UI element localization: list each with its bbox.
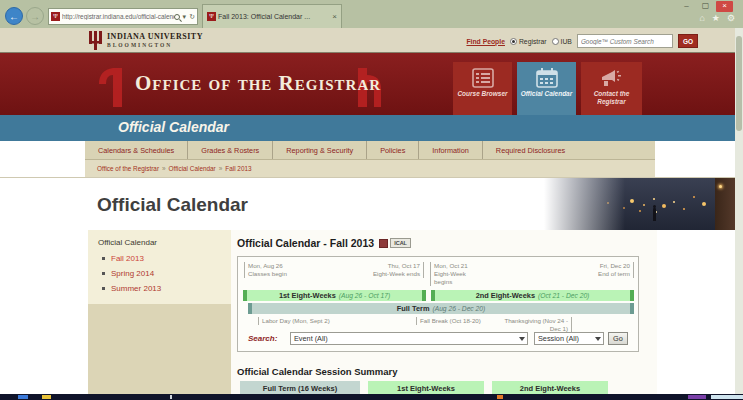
session-summary-heading: Official Calendar Session Summary <box>237 366 398 377</box>
bar-full-term[interactable]: Full Term(Aug 26 - Dec 20) <box>248 303 634 314</box>
tab-favicon-icon: Ψ <box>207 12 216 21</box>
section-title: Official Calendar <box>118 119 229 135</box>
taskbar-show-desktop[interactable] <box>711 395 743 399</box>
url-text[interactable]: http://registrar.indiana.edu/official-ca… <box>62 13 174 20</box>
ical-label: ICAL <box>390 238 411 248</box>
iu-header: INDIANA UNIVERSITY BLOOMINGTON Find Peop… <box>0 28 743 53</box>
forward-button[interactable]: → <box>26 7 44 25</box>
maximize-button[interactable]: ▢ <box>697 1 714 12</box>
bar-second-eight-weeks[interactable]: 2nd Eight-Weeks(Oct 21 - Dec 20) <box>431 290 634 301</box>
break-fall-break: Fall Break (Oct 18-20) <box>416 317 481 325</box>
close-button[interactable]: × <box>716 1 733 12</box>
trident-decor-left-icon <box>95 62 125 107</box>
ical-button[interactable]: ICAL <box>379 238 411 248</box>
sidebar-item-summer-2013[interactable]: Summer 2013 <box>102 284 161 293</box>
google-search-input[interactable] <box>577 34 673 48</box>
event-filter-select[interactable]: Event (All) <box>290 332 528 345</box>
main-area: Official Calendar - Fall 2013 ICAL Mon, … <box>231 230 657 394</box>
search-icon[interactable] <box>174 14 180 20</box>
break-labor-day: Labor Day (Mon, Sept 2) <box>258 317 330 325</box>
taskbar-app-icon[interactable] <box>42 395 51 399</box>
content: Official Calendar Fall 2013 Spring 2014 … <box>0 230 743 394</box>
back-button[interactable]: ← <box>5 7 23 25</box>
scrollbar-thumb[interactable] <box>736 36 742 131</box>
minimize-button[interactable]: – <box>678 1 695 12</box>
megaphone-icon <box>600 68 624 88</box>
iub-radio-group[interactable]: IUB <box>552 38 572 45</box>
section-bar: Official Calendar <box>0 115 743 141</box>
iu-trident-icon <box>88 31 103 50</box>
favorites-star-icon[interactable]: ★ <box>712 13 720 23</box>
session-filter-select[interactable]: Session (All) <box>534 332 604 345</box>
taskbar-divider <box>170 395 172 399</box>
tab-official-calendar[interactable]: Official Calendar <box>517 62 576 118</box>
list-icon <box>472 68 494 88</box>
timeline-box: Mon, Aug 26Classes begin Thu, Oct 17Eigh… <box>237 256 639 352</box>
breadcrumb-official-calendar[interactable]: Official Calendar <box>169 165 216 172</box>
search-label: Search: <box>248 334 277 343</box>
photo-fade <box>535 178 625 231</box>
tab-contact-registrar[interactable]: Contact the Registrar <box>581 62 642 115</box>
tab-close-icon[interactable]: × <box>332 12 337 21</box>
university-wordmark[interactable]: INDIANA UNIVERSITY BLOOMINGTON <box>107 32 203 48</box>
bar-first-eight-weeks[interactable]: 1st Eight-Weeks(Aug 26 - Oct 17) <box>243 290 426 301</box>
breadcrumb-fall-2013: Fall 2013 <box>225 165 251 172</box>
main-nav: Calendars & Schedules Grades & Rosters R… <box>85 141 655 160</box>
calendar-search-row: Search: Event (All) Session (All) Go <box>238 332 638 347</box>
calendar-go-button[interactable]: Go <box>608 332 628 345</box>
iub-radio-label: IUB <box>561 38 572 45</box>
browser-chrome: ← → Ψ http://registrar.indiana.edu/offic… <box>0 0 743 28</box>
screen: ← → Ψ http://registrar.indiana.edu/offic… <box>0 0 743 400</box>
page-scrollbar[interactable] <box>735 28 743 394</box>
site-banner: Office of the Registrar Course Browser O… <box>0 53 743 115</box>
nav-required-disclosures[interactable]: Required Disclosures <box>483 141 578 159</box>
break-thanksgiving: Thanksgiving (Nov 24 - Dec 1) <box>496 317 572 333</box>
campus-name: BLOOMINGTON <box>107 42 203 48</box>
milestone-classes-begin: Mon, Aug 26Classes begin <box>244 262 316 278</box>
university-name: INDIANA UNIVERSITY <box>107 32 203 41</box>
registrar-radio-group[interactable]: Registrar <box>510 38 547 45</box>
browser-tab[interactable]: Ψ Fall 2013: Official Calendar ... × <box>202 4 342 28</box>
nav-policies[interactable]: Policies <box>367 141 419 159</box>
tab-contact-registrar-label: Contact the Registrar <box>581 90 642 106</box>
taskbar-app-icon[interactable] <box>497 395 503 399</box>
chevron-down-icon <box>595 337 601 341</box>
refresh-icon[interactable]: ↻ <box>189 13 195 21</box>
nav-reporting-security[interactable]: Reporting & Security <box>273 141 367 159</box>
taskbar-app-icon[interactable] <box>18 395 28 399</box>
page-title-band: Official Calendar <box>0 177 743 230</box>
go-search-button[interactable]: GO <box>678 34 698 48</box>
nav-grades-rosters[interactable]: Grades & Rosters <box>188 141 273 159</box>
ical-icon <box>379 239 388 248</box>
photo-person-silhouette <box>653 208 656 221</box>
autocomplete-dropdown-icon[interactable]: ▾ <box>183 13 187 21</box>
calendar-icon <box>536 68 558 88</box>
breadcrumb-separator: » <box>162 165 166 172</box>
registrar-radio[interactable] <box>510 38 517 45</box>
taskbar[interactable] <box>0 394 743 400</box>
sidebar-item-fall-2013[interactable]: Fall 2013 <box>102 254 144 263</box>
photo-lamp <box>719 185 722 188</box>
address-bar[interactable]: Ψ http://registrar.indiana.edu/official-… <box>48 8 198 25</box>
settings-gear-icon[interactable]: ⚙ <box>727 13 735 23</box>
tab-course-browser-label: Course Browser <box>453 90 512 98</box>
sidebar-footer-block <box>88 304 231 394</box>
sidebar-item-spring-2014[interactable]: Spring 2014 <box>102 269 154 278</box>
find-people-link[interactable]: Find People <box>466 38 505 45</box>
taskbar-tray-item[interactable] <box>688 395 706 399</box>
nav-information[interactable]: Information <box>419 141 483 159</box>
registrar-radio-label: Registrar <box>519 38 547 45</box>
milestone-eight-week-ends: Thu, Oct 17Eight-Week ends <box>356 262 424 278</box>
breadcrumb-separator: » <box>219 165 223 172</box>
home-icon[interactable]: ⌂ <box>699 13 704 23</box>
site-favicon-icon: Ψ <box>51 12 60 21</box>
tab-course-browser[interactable]: Course Browser <box>453 62 512 115</box>
tab-official-calendar-label: Official Calendar <box>517 90 576 98</box>
sidebar-heading: Official Calendar <box>98 238 157 247</box>
milestone-end-of-term: Fri, Dec 20End of term <box>566 262 634 278</box>
iub-radio[interactable] <box>552 38 559 45</box>
calendar-heading: Official Calendar - Fall 2013 <box>237 237 374 249</box>
office-title: Office of the Registrar <box>135 71 381 96</box>
breadcrumb-registrar[interactable]: Office of the Registrar <box>97 165 159 172</box>
nav-calendars-schedules[interactable]: Calendars & Schedules <box>85 141 188 159</box>
